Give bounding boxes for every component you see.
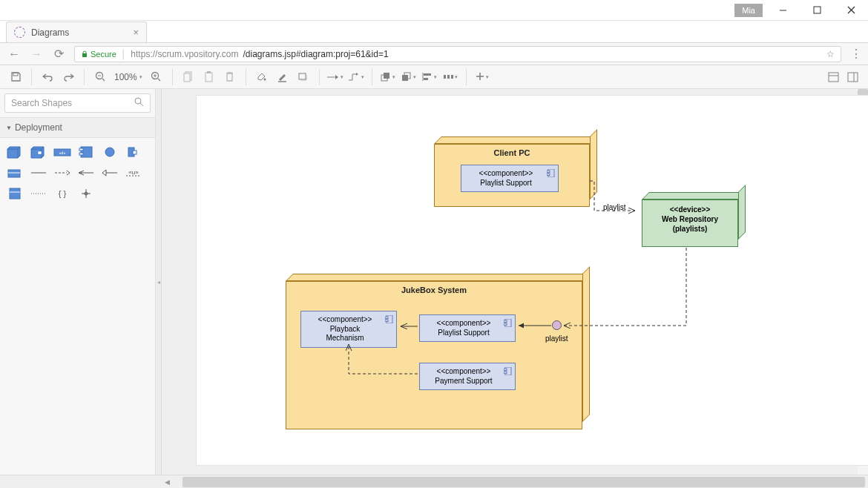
- svg-text:{ }: { }: [59, 189, 67, 198]
- component-playback-mechanism[interactable]: <<component>> Playback Mechanism: [300, 311, 397, 348]
- format-panel-button[interactable]: [823, 67, 843, 87]
- save-button[interactable]: [6, 67, 25, 87]
- svg-rect-68: [385, 320, 388, 322]
- port-playlist[interactable]: [552, 320, 562, 330]
- svg-rect-4: [82, 53, 87, 57]
- shape-component[interactable]: [76, 144, 96, 160]
- node-title: Client PC: [434, 148, 590, 157]
- zoom-in-button[interactable]: [147, 67, 166, 87]
- panel-header-deployment[interactable]: ▼ Deployment: [0, 117, 155, 138]
- browser-tab[interactable]: Diagrams ×: [6, 22, 147, 42]
- component-icon: [547, 169, 555, 177]
- url-host: https://scrum.vpository.com: [131, 49, 238, 59]
- svg-rect-64: [547, 171, 550, 173]
- shape-node[interactable]: [4, 144, 25, 160]
- add-button[interactable]: ▾: [473, 67, 492, 87]
- svg-point-17: [264, 79, 266, 81]
- to-back-button[interactable]: ▾: [399, 67, 418, 87]
- svg-rect-26: [424, 73, 431, 76]
- zoom-level[interactable]: 100%▾: [111, 72, 145, 82]
- minimize-button[interactable]: [766, 0, 800, 21]
- window-titlebar: Mia: [0, 0, 868, 21]
- svg-rect-1: [814, 7, 821, 13]
- shape-node-instance[interactable]: [28, 144, 49, 160]
- svg-rect-70: [504, 320, 507, 323]
- shape-dependency[interactable]: [52, 165, 73, 181]
- copy-button[interactable]: [179, 67, 198, 87]
- back-button[interactable]: ←: [7, 47, 21, 61]
- browser-menu-icon[interactable]: ⋮: [850, 47, 861, 61]
- shape-spec[interactable]: [4, 185, 25, 202]
- close-window-button[interactable]: [834, 0, 868, 21]
- tab-close-icon[interactable]: ×: [133, 27, 139, 38]
- url-input[interactable]: Secure │ https://scrum.vpository.com/dia…: [74, 46, 841, 62]
- undo-button[interactable]: [38, 67, 57, 87]
- svg-rect-44: [79, 153, 83, 155]
- horizontal-scrollbar[interactable]: ◀ ▶: [0, 475, 868, 488]
- svg-rect-71: [504, 323, 507, 326]
- connector-style-button[interactable]: ▾: [346, 67, 366, 87]
- shape-association[interactable]: [28, 165, 49, 181]
- outline-panel-button[interactable]: [843, 67, 862, 87]
- diagram-canvas[interactable]: Client PC <<component>> Playlist Support…: [196, 95, 868, 466]
- line-color-button[interactable]: [273, 67, 292, 87]
- tab-favicon: [14, 27, 25, 38]
- svg-line-10: [158, 79, 160, 81]
- fill-color-button[interactable]: [252, 67, 272, 87]
- sidebar-resize-handle[interactable]: ◂: [156, 89, 162, 475]
- secure-indicator: Secure: [81, 50, 116, 59]
- shape-generalization[interactable]: [99, 165, 120, 181]
- shadow-button[interactable]: [294, 67, 313, 87]
- link-label-playlist: playlist: [603, 203, 626, 211]
- svg-text:«u»: «u»: [128, 169, 139, 176]
- svg-point-37: [135, 98, 141, 104]
- search-shapes-input[interactable]: Search Shapes: [4, 93, 151, 113]
- arrow-style-button[interactable]: ▾: [326, 67, 345, 87]
- svg-rect-18: [278, 81, 286, 82]
- maximize-button[interactable]: [800, 0, 834, 21]
- component-playlist-support-jb[interactable]: <<component>> Playlist Support: [419, 314, 516, 342]
- shape-anchor[interactable]: [76, 185, 96, 202]
- svg-rect-35: [848, 73, 858, 82]
- align-button[interactable]: ▾: [420, 67, 439, 87]
- zoom-out-button[interactable]: [91, 67, 110, 87]
- to-front-button[interactable]: ▾: [378, 67, 398, 87]
- shape-palette: «d» «u» { }: [0, 138, 155, 208]
- svg-text:«d»: «d»: [59, 151, 66, 155]
- svg-line-38: [140, 103, 143, 106]
- shape-artifact[interactable]: [4, 165, 25, 181]
- svg-rect-74: [504, 372, 507, 374]
- svg-rect-67: [385, 317, 388, 319]
- delete-button[interactable]: [220, 67, 240, 87]
- bookmark-star-icon[interactable]: ☆: [826, 49, 835, 59]
- new-tab-button[interactable]: [147, 24, 169, 42]
- svg-rect-43: [79, 148, 83, 151]
- lock-icon: [81, 50, 88, 58]
- browser-tabstrip: Diagrams ×: [0, 21, 868, 43]
- shape-interface[interactable]: [99, 144, 120, 160]
- node-title: JukeBox System: [286, 286, 582, 294]
- svg-rect-15: [206, 73, 212, 82]
- reload-button[interactable]: ⟳: [52, 47, 65, 61]
- paste-button[interactable]: [200, 67, 219, 87]
- user-badge: Mia: [734, 4, 763, 17]
- component-payment-support[interactable]: <<component>> Payment Support: [419, 363, 516, 390]
- shape-constraint[interactable]: { }: [52, 185, 73, 202]
- redo-button[interactable]: [59, 67, 78, 87]
- shape-usage[interactable]: «u»: [123, 165, 144, 181]
- svg-rect-33: [829, 73, 838, 82]
- svg-line-7: [102, 79, 105, 81]
- svg-rect-23: [402, 75, 408, 81]
- canvas-area[interactable]: Client PC <<component>> Playlist Support…: [162, 89, 868, 475]
- shape-link[interactable]: [28, 185, 49, 202]
- forward-button[interactable]: →: [30, 47, 43, 61]
- distribute-button[interactable]: ▾: [441, 67, 460, 87]
- svg-rect-56: [10, 188, 20, 199]
- app-toolbar: 100%▾ ▾ ▾ ▾ ▾ ▾ ▾ ▾: [0, 65, 868, 89]
- svg-rect-30: [451, 75, 453, 79]
- shape-port[interactable]: [123, 144, 144, 160]
- component-playlist-support-client[interactable]: <<component>> Playlist Support: [461, 165, 559, 192]
- svg-point-45: [105, 148, 114, 156]
- shape-device[interactable]: «d»: [52, 144, 73, 160]
- shape-manifest[interactable]: [76, 165, 96, 181]
